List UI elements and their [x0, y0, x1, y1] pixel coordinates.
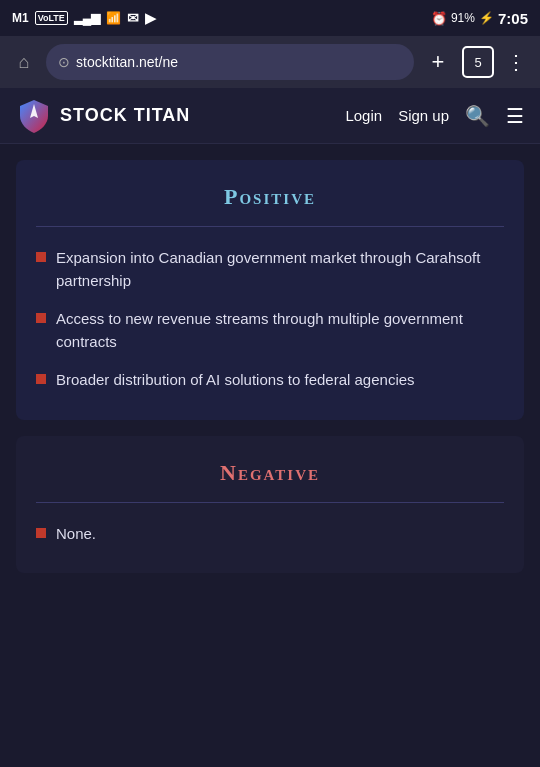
youtube-icon: ▶ — [145, 10, 156, 26]
hamburger-icon: ☰ — [506, 105, 524, 127]
positive-bullet-1-text: Expansion into Canadian government marke… — [56, 247, 504, 292]
negative-title: Negative — [36, 460, 504, 486]
status-carrier: M1 VoLTE ▂▄▆ 📶 ✉ ▶ — [12, 10, 156, 26]
browser-bar: ⌂ ⊙ stocktitan.net/ne + 5 ⋮ — [0, 36, 540, 88]
security-icon: ⊙ — [58, 54, 70, 70]
status-bar: M1 VoLTE ▂▄▆ 📶 ✉ ▶ ⏰ 91% ⚡ 7:05 — [0, 0, 540, 36]
main-content: Positive Expansion into Canadian governm… — [0, 160, 540, 573]
negative-divider — [36, 502, 504, 503]
logo-area: STOCK TITAN — [16, 98, 345, 134]
search-icon: 🔍 — [465, 105, 490, 127]
home-button[interactable]: ⌂ — [10, 48, 38, 76]
alarm-icon: ⏰ — [431, 11, 447, 26]
volte-badge: VoLTE — [35, 11, 68, 25]
bullet-square-icon — [36, 252, 46, 262]
wifi-icon: 📶 — [106, 11, 121, 25]
search-button[interactable]: 🔍 — [465, 104, 490, 128]
positive-bullets: Expansion into Canadian government marke… — [36, 247, 504, 392]
url-text: stocktitan.net/ne — [76, 54, 178, 70]
signup-button[interactable]: Sign up — [398, 107, 449, 124]
positive-bullet-1: Expansion into Canadian government marke… — [36, 247, 504, 292]
carrier-label: M1 — [12, 11, 29, 25]
nav-bar: STOCK TITAN Login Sign up 🔍 ☰ — [0, 88, 540, 144]
positive-title: Positive — [36, 184, 504, 210]
bullet-square-icon — [36, 313, 46, 323]
nav-actions: Login Sign up 🔍 ☰ — [345, 104, 524, 128]
negative-section: Negative None. — [16, 436, 524, 574]
menu-button[interactable]: ☰ — [506, 104, 524, 128]
new-tab-button[interactable]: + — [422, 46, 454, 78]
positive-bullet-3: Broader distribution of AI solutions to … — [36, 369, 504, 392]
positive-bullet-2-text: Access to new revenue streams through mu… — [56, 308, 504, 353]
url-bar[interactable]: ⊙ stocktitan.net/ne — [46, 44, 414, 80]
bullet-square-icon — [36, 374, 46, 384]
positive-divider — [36, 226, 504, 227]
signal-bars-icon: ▂▄▆ — [74, 11, 101, 25]
login-button[interactable]: Login — [345, 107, 382, 124]
positive-bullet-3-text: Broader distribution of AI solutions to … — [56, 369, 415, 392]
negative-bullets: None. — [36, 523, 504, 546]
logo-icon — [16, 98, 52, 134]
clock: 7:05 — [498, 10, 528, 27]
messaging-icon: ✉ — [127, 10, 139, 26]
tabs-button[interactable]: 5 — [462, 46, 494, 78]
positive-bullet-2: Access to new revenue streams through mu… — [36, 308, 504, 353]
bullet-square-icon — [36, 528, 46, 538]
status-right: ⏰ 91% ⚡ 7:05 — [431, 10, 528, 27]
negative-bullet-1: None. — [36, 523, 504, 546]
browser-menu-button[interactable]: ⋮ — [502, 48, 530, 76]
charging-icon: ⚡ — [479, 11, 494, 25]
battery-level: 91% — [451, 11, 475, 25]
negative-bullet-1-text: None. — [56, 523, 96, 546]
nav-title: STOCK TITAN — [60, 105, 190, 126]
positive-section: Positive Expansion into Canadian governm… — [16, 160, 524, 420]
